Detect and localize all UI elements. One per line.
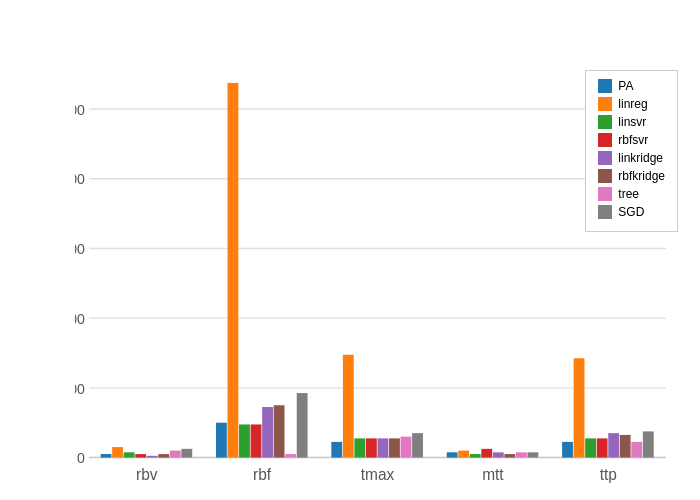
svg-rect-20 [181,449,192,458]
svg-rect-26 [262,407,273,458]
svg-text:tmax: tmax [361,466,395,483]
legend-color [598,79,612,93]
svg-rect-17 [147,456,158,458]
svg-rect-32 [343,355,354,458]
legend-item-rbfsvr: rbfsvr [598,133,665,147]
svg-rect-55 [631,442,642,458]
legend-label: rbfsvr [618,133,648,147]
svg-rect-44 [493,452,504,457]
legend: PAlinreglinsvrrbfsvrlinkridgerbfkridgetr… [585,70,678,232]
svg-rect-40 [447,452,458,457]
svg-rect-46 [516,452,527,457]
svg-text:rbv: rbv [136,466,158,483]
legend-color [598,133,612,147]
svg-rect-45 [504,454,515,457]
svg-rect-43 [481,449,492,458]
svg-rect-18 [158,454,169,457]
legend-color [598,205,612,219]
svg-rect-54 [620,435,631,458]
svg-rect-29 [297,393,308,457]
svg-text:1000: 1000 [75,102,85,118]
svg-rect-22 [216,423,227,458]
legend-label: SGD [618,205,644,219]
legend-label: linsvr [618,115,646,129]
svg-text:400: 400 [75,311,85,327]
svg-rect-16 [135,454,146,457]
legend-label: linreg [618,97,647,111]
svg-rect-24 [239,424,250,457]
svg-rect-47 [527,452,538,457]
svg-rect-27 [274,405,285,457]
svg-rect-14 [112,447,123,457]
svg-rect-28 [285,454,296,457]
svg-rect-34 [366,438,377,457]
legend-label: tree [618,187,639,201]
legend-item-linkridge: linkridge [598,151,665,165]
svg-rect-15 [124,452,135,457]
legend-label: rbfkridge [618,169,665,183]
legend-label: linkridge [618,151,663,165]
svg-rect-19 [170,451,181,458]
svg-rect-42 [470,454,481,457]
svg-text:rbf: rbf [253,466,272,483]
svg-rect-50 [574,358,585,457]
svg-rect-37 [401,437,412,458]
svg-text:600: 600 [75,241,85,257]
svg-rect-13 [101,454,112,457]
legend-color [598,151,612,165]
svg-rect-23 [228,83,239,458]
svg-rect-51 [585,438,596,457]
svg-rect-38 [412,433,423,457]
chart-container: 02004006008001000rbvrbftmaxmttttp PAlinr… [0,0,700,500]
legend-color [598,115,612,129]
svg-text:200: 200 [75,380,85,396]
legend-item-PA: PA [598,79,665,93]
svg-rect-35 [378,438,389,457]
legend-item-SGD: SGD [598,205,665,219]
svg-rect-56 [643,431,654,457]
svg-rect-52 [597,438,608,457]
svg-rect-53 [608,433,619,457]
svg-text:800: 800 [75,171,85,187]
svg-rect-36 [389,438,400,457]
legend-item-linsvr: linsvr [598,115,665,129]
legend-item-tree: tree [598,187,665,201]
legend-color [598,187,612,201]
legend-color [598,169,612,183]
svg-rect-31 [331,442,342,458]
svg-text:mtt: mtt [482,466,504,483]
legend-label: PA [618,79,633,93]
legend-item-rbfkridge: rbfkridge [598,169,665,183]
legend-item-linreg: linreg [598,97,665,111]
svg-rect-25 [251,424,262,457]
svg-rect-41 [458,451,469,458]
svg-rect-49 [562,442,573,458]
svg-text:0: 0 [77,450,85,466]
legend-color [598,97,612,111]
svg-text:ttp: ttp [600,466,617,483]
svg-rect-33 [354,438,365,457]
